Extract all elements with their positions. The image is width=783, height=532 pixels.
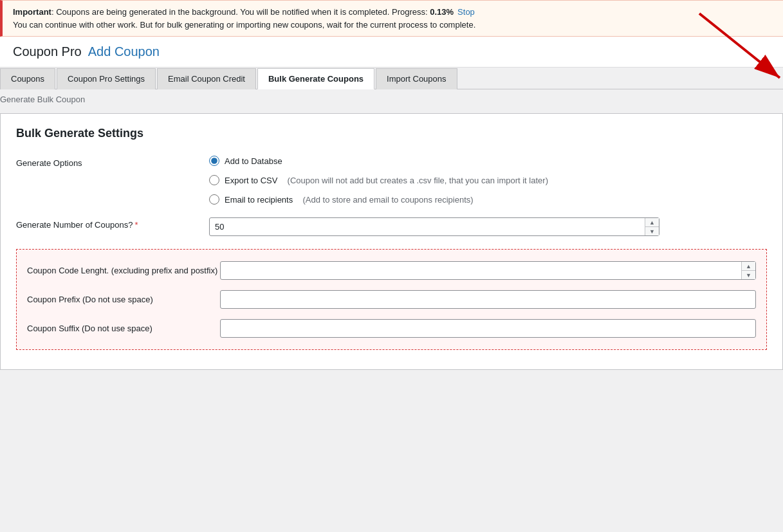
tab-bulk-generate-coupons[interactable]: Bulk Generate Coupons [257, 68, 374, 89]
generate-options-row: Generate Options Add to Databse Export t… [16, 156, 767, 205]
code-length-label: Coupon Code Lenght. (excluding prefix an… [27, 266, 220, 275]
spinner-down[interactable]: ▼ [645, 227, 659, 235]
notice-line1: Important: Coupons are being generated i… [13, 7, 773, 17]
notice-line2: You can continue with other work. But fo… [13, 20, 773, 30]
code-length-spinner-down[interactable]: ▼ [742, 271, 755, 279]
prefix-row: Coupon Prefix (Do not use space) [27, 290, 756, 309]
radio-email-recipients-hint: (Add to store and email to coupons recip… [298, 195, 473, 205]
progress-value: 0.13% [430, 7, 454, 17]
notice-bold: Important [13, 7, 51, 17]
suffix-input[interactable] [220, 319, 756, 338]
radio-add-to-database-label: Add to Databse [225, 156, 282, 166]
num-coupons-wrap: ▲ ▼ [209, 217, 659, 236]
tab-email-coupon-credit[interactable]: Email Coupon Credit [157, 68, 256, 89]
required-star: * [134, 220, 138, 230]
stop-link[interactable]: Stop [457, 7, 475, 17]
suffix-label: Coupon Suffix (Do not use space) [27, 324, 220, 333]
settings-title: Bulk Generate Settings [16, 127, 767, 140]
tab-coupons[interactable]: Coupons [0, 68, 55, 89]
pink-section: Coupon Code Lenght. (excluding prefix an… [16, 249, 767, 350]
page-header: Coupon Pro Add Coupon [0, 37, 783, 68]
notice-bar: Important: Coupons are being generated i… [0, 0, 783, 37]
code-length-input[interactable] [220, 261, 756, 280]
suffix-row: Coupon Suffix (Do not use space) [27, 319, 756, 338]
tab-import-coupons[interactable]: Import Coupons [376, 68, 457, 89]
generate-options-control: Add to Databse Export to CSV (Coupon wil… [209, 156, 767, 205]
radio-email-recipients[interactable]: Email to recipients (Add to store and em… [209, 194, 767, 205]
spinner-up[interactable]: ▲ [645, 218, 659, 227]
generate-options-label: Generate Options [16, 156, 209, 168]
spinner-buttons: ▲ ▼ [645, 218, 659, 235]
radio-add-to-database-input[interactable] [209, 156, 219, 166]
radio-export-csv-label: Export to CSV [225, 176, 277, 185]
tab-coupon-pro-settings[interactable]: Coupon Pro Settings [57, 68, 156, 89]
code-length-spinner: ▲ ▼ [741, 262, 755, 279]
page-title: Coupon Pro [13, 44, 82, 59]
radio-email-recipients-label: Email to recipients [225, 195, 293, 205]
prefix-label: Coupon Prefix (Do not use space) [27, 295, 220, 304]
notice-text: : Coupons are being generated in the bac… [51, 7, 430, 17]
num-coupons-control: ▲ ▼ [209, 217, 767, 236]
num-coupons-label: Generate Number of Coupons?* [16, 217, 209, 230]
radio-email-recipients-input[interactable] [209, 194, 219, 205]
content-area: Bulk Generate Settings Generate Options … [0, 107, 783, 376]
prefix-input[interactable] [220, 290, 756, 309]
code-length-spinner-up[interactable]: ▲ [742, 262, 755, 271]
code-length-control: ▲ ▼ [220, 261, 756, 280]
radio-group: Add to Databse Export to CSV (Coupon wil… [209, 156, 767, 205]
add-coupon-link[interactable]: Add Coupon [88, 44, 160, 59]
radio-export-csv-input[interactable] [209, 175, 219, 185]
num-coupons-row: Generate Number of Coupons?* ▲ ▼ [16, 217, 767, 236]
radio-export-csv[interactable]: Export to CSV (Coupon will not add but c… [209, 175, 767, 185]
breadcrumb: Generate Bulk Coupon [0, 89, 85, 109]
radio-add-to-database[interactable]: Add to Databse [209, 156, 767, 166]
tabs-bar: Coupons Coupon Pro Settings Email Coupon… [0, 68, 783, 89]
code-length-row: Coupon Code Lenght. (excluding prefix an… [27, 261, 756, 280]
settings-box: Bulk Generate Settings Generate Options … [0, 113, 783, 370]
num-coupons-input[interactable] [209, 217, 659, 236]
radio-export-csv-hint: (Coupon will not add but creates a .csv … [282, 176, 548, 185]
